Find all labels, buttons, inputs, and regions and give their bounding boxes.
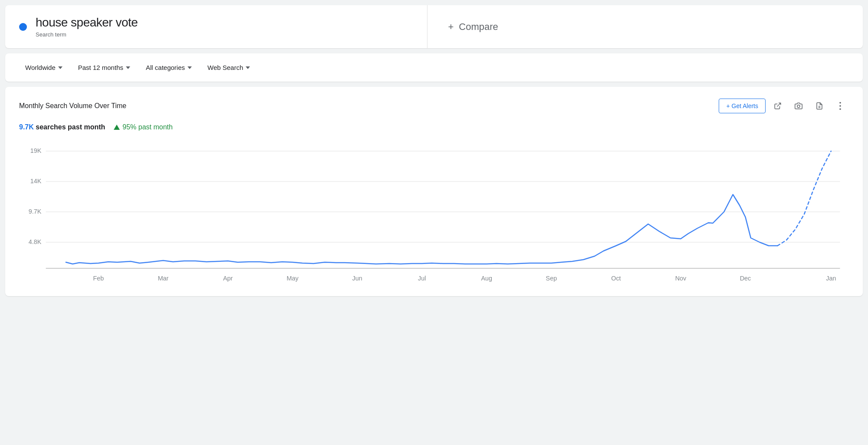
svg-point-5 xyxy=(839,105,841,107)
svg-text:Apr: Apr xyxy=(223,275,233,282)
svg-point-6 xyxy=(839,108,841,110)
search-term-dot xyxy=(19,23,27,31)
chart-actions: + Get Alerts xyxy=(719,97,849,115)
compare-plus-icon: + xyxy=(448,21,454,33)
svg-text:Mar: Mar xyxy=(158,275,169,282)
external-link-button[interactable] xyxy=(769,97,786,115)
svg-text:14K: 14K xyxy=(30,178,42,185)
svg-text:Sep: Sep xyxy=(546,275,557,282)
chevron-down-icon xyxy=(246,66,250,69)
chart-svg: 19K 14K 9.7K 4.8K Feb Mar Apr May Jun Ju… xyxy=(19,138,849,286)
svg-point-1 xyxy=(797,105,800,108)
get-alerts-label: + Get Alerts xyxy=(726,102,758,109)
stat-growth: 95% past month xyxy=(114,123,173,131)
chart-area: 19K 14K 9.7K 4.8K Feb Mar Apr May Jun Ju… xyxy=(19,138,849,286)
svg-line-0 xyxy=(777,103,781,106)
compare-section[interactable]: + Compare xyxy=(427,5,863,48)
svg-text:19K: 19K xyxy=(30,147,42,154)
chart-card: Monthly Search Volume Over Time + Get Al… xyxy=(5,87,863,296)
filter-timeframe-label: Past 12 months xyxy=(78,64,123,71)
compare-label: Compare xyxy=(459,21,498,33)
filter-location-label: Worldwide xyxy=(25,64,56,71)
svg-point-4 xyxy=(839,102,841,104)
search-term-title: house speaker vote xyxy=(36,16,138,30)
svg-text:Jan: Jan xyxy=(826,275,836,282)
svg-text:Jun: Jun xyxy=(352,275,362,282)
svg-text:4.8K: 4.8K xyxy=(29,238,42,245)
filters-card: Worldwide Past 12 months All categories … xyxy=(5,53,863,82)
growth-triangle-icon xyxy=(114,125,120,130)
svg-text:Dec: Dec xyxy=(740,275,751,282)
search-term-sublabel: Search term xyxy=(36,31,138,38)
more-options-button[interactable] xyxy=(832,97,849,115)
get-alerts-button[interactable]: + Get Alerts xyxy=(719,99,766,113)
stat-growth-value: 95% past month xyxy=(122,123,173,131)
main-container: house speaker vote Search term + Compare… xyxy=(0,0,868,445)
search-term-text: house speaker vote Search term xyxy=(36,16,138,38)
chevron-down-icon xyxy=(126,66,130,69)
trend-line-dotted xyxy=(778,151,831,246)
svg-text:Jul: Jul xyxy=(418,275,426,282)
file-icon xyxy=(815,102,823,110)
chevron-down-icon xyxy=(58,66,62,69)
svg-text:9.7K: 9.7K xyxy=(29,208,42,215)
filter-location[interactable]: Worldwide xyxy=(19,60,69,75)
more-vert-icon xyxy=(839,102,841,110)
filter-timeframe[interactable]: Past 12 months xyxy=(72,60,136,75)
filter-category-label: All categories xyxy=(146,64,185,71)
filter-search-type-label: Web Search xyxy=(207,64,243,71)
svg-text:Feb: Feb xyxy=(93,275,104,282)
svg-text:Oct: Oct xyxy=(611,275,621,282)
screenshot-button[interactable] xyxy=(790,97,807,115)
top-card: house speaker vote Search term + Compare xyxy=(5,5,863,48)
filter-category[interactable]: All categories xyxy=(140,60,198,75)
svg-text:May: May xyxy=(287,275,299,282)
stats-row: 9.7K searches past month 95% past month xyxy=(19,123,849,131)
camera-icon xyxy=(795,102,802,110)
search-term-section: house speaker vote Search term xyxy=(5,5,427,48)
chevron-down-icon xyxy=(187,66,192,69)
svg-text:Nov: Nov xyxy=(675,275,687,282)
chart-title: Monthly Search Volume Over Time xyxy=(19,102,126,110)
external-link-icon xyxy=(774,102,782,110)
trend-line-solid xyxy=(66,194,778,264)
csv-button[interactable] xyxy=(811,97,828,115)
chart-header: Monthly Search Volume Over Time + Get Al… xyxy=(19,97,849,115)
stat-searches: 9.7K searches past month xyxy=(19,123,105,131)
filter-search-type[interactable]: Web Search xyxy=(201,60,256,75)
svg-text:Aug: Aug xyxy=(481,275,493,282)
